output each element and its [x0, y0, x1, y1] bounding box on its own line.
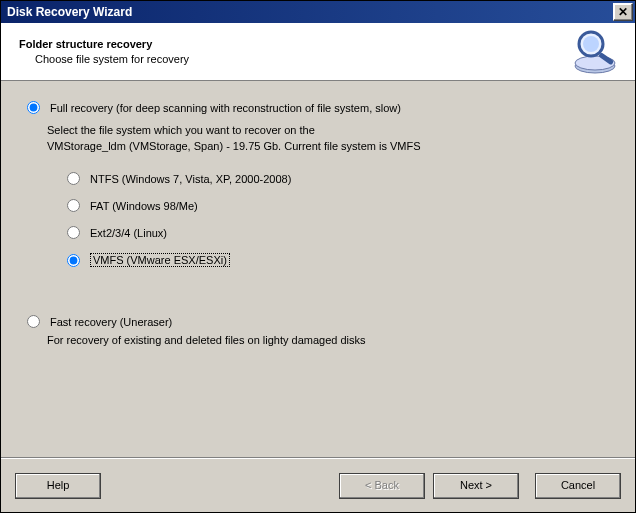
- page-title: Folder structure recovery: [19, 38, 189, 50]
- fast-recovery-description: For recovery of existing and deleted fil…: [47, 332, 615, 348]
- fast-recovery-section: Fast recovery (Uneraser) For recovery of…: [27, 315, 615, 348]
- fs-label-ext: Ext2/3/4 (Linux): [90, 227, 167, 239]
- fs-option-ext[interactable]: Ext2/3/4 (Linux): [67, 226, 615, 239]
- next-button[interactable]: Next >: [433, 473, 519, 499]
- fs-option-vmfs[interactable]: VMFS (VMware ESX/ESXi): [67, 253, 615, 267]
- footer: Help < Back Next > Cancel: [1, 458, 635, 512]
- wizard-window: Disk Recovery Wizard ✕ Folder structure …: [0, 0, 636, 513]
- fs-radio-fat[interactable]: [67, 199, 80, 212]
- desc-line-2: VMStorage_ldm (VMStorage, Span) - 19.75 …: [47, 138, 615, 154]
- header-text: Folder structure recovery Choose file sy…: [19, 38, 189, 65]
- fast-recovery-label: Fast recovery (Uneraser): [50, 316, 172, 328]
- cancel-button[interactable]: Cancel: [535, 473, 621, 499]
- fs-radio-ext[interactable]: [67, 226, 80, 239]
- titlebar: Disk Recovery Wizard ✕: [1, 1, 635, 23]
- fast-recovery-radio[interactable]: Fast recovery (Uneraser): [27, 315, 615, 328]
- full-recovery-label: Full recovery (for deep scanning with re…: [50, 102, 401, 114]
- close-button[interactable]: ✕: [613, 3, 633, 21]
- fs-label-vmfs: VMFS (VMware ESX/ESXi): [90, 253, 230, 267]
- fs-radio-ntfs[interactable]: [67, 172, 80, 185]
- body-pane: Full recovery (for deep scanning with re…: [1, 81, 635, 458]
- desc-line-1: Select the file system which you want to…: [47, 122, 615, 138]
- page-subtitle: Choose file system for recovery: [19, 53, 189, 65]
- help-button[interactable]: Help: [15, 473, 101, 499]
- full-recovery-input[interactable]: [27, 101, 40, 114]
- fs-label-fat: FAT (Windows 98/Me): [90, 200, 198, 212]
- full-recovery-description: Select the file system which you want to…: [47, 122, 615, 154]
- fs-label-ntfs: NTFS (Windows 7, Vista, XP, 2000-2008): [90, 173, 291, 185]
- svg-point-3: [583, 36, 599, 52]
- magnifier-disk-icon: [569, 28, 621, 76]
- fast-recovery-input[interactable]: [27, 315, 40, 328]
- header-pane: Folder structure recovery Choose file sy…: [1, 23, 635, 81]
- filesystem-options: NTFS (Windows 7, Vista, XP, 2000-2008) F…: [67, 172, 615, 267]
- full-recovery-radio[interactable]: Full recovery (for deep scanning with re…: [27, 101, 615, 114]
- fs-option-fat[interactable]: FAT (Windows 98/Me): [67, 199, 615, 212]
- fs-radio-vmfs[interactable]: [67, 254, 80, 267]
- fs-option-ntfs[interactable]: NTFS (Windows 7, Vista, XP, 2000-2008): [67, 172, 615, 185]
- back-button: < Back: [339, 473, 425, 499]
- close-icon: ✕: [618, 6, 628, 18]
- window-title: Disk Recovery Wizard: [7, 5, 132, 19]
